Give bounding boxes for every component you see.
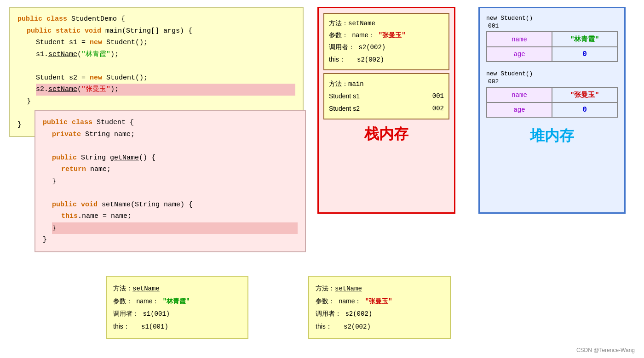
student-line-8: this.name = name; [61,210,298,222]
heap-memory-box: new Student() 001 name "林青霞" age 0 new S… [478,7,626,214]
heap-field-age-value-001: 0 [552,47,617,62]
heap-row-age-001: age 0 [487,47,617,62]
stack-main-label: 方法：main [329,78,444,91]
bottom-left-method: 方法：setName [113,282,241,295]
heap-field-name-value-002: "张曼玉" [552,87,617,102]
student-line-6: } [52,176,298,188]
code-line-4: s1.setName("林青霞"); [36,49,295,61]
heap-field-name-value-001: "林青霞" [552,32,617,47]
stack-setname-param: 参数： name： "张曼玉" [329,29,444,41]
bottom-right-this: this： s2(002) [316,320,443,333]
heap-row-name-002: name "张曼玉" [487,87,617,102]
bottom-right-caller: 调用者： s2(002) [316,307,443,320]
stack-setname-caller: 调用者： s2(002) [329,41,444,53]
code-line-1: public class StudentDemo { [17,15,125,23]
heap-row-name-001: name "林青霞" [487,32,617,47]
bottom-box-right: 方法：setName 参数： name： "张曼玉" 调用者： s2(002) … [308,276,451,339]
heap-table-001: name "林青霞" age 0 [486,31,618,62]
heap-obj1-title: new Student() [486,15,618,22]
bottom-left-this: this： s1(001) [113,320,241,333]
stack-memory-box: 方法：setName 参数： name： "张曼玉" 调用者： s2(002) … [317,7,455,214]
stack-main-s2: Student s2 002 [329,102,444,115]
student-line-10: } [43,236,47,244]
heap-obj-001: new Student() 001 name "林青霞" age 0 [486,15,618,62]
code-highlight-line: s2.setName("张曼玉"); [36,84,295,96]
code-line-9: } [17,121,22,129]
heap-obj-002: new Student() 002 name "张曼玉" age 0 [486,70,618,118]
stack-setname-frame: 方法：setName 参数： name： "张曼玉" 调用者： s2(002) … [323,13,449,70]
heap-field-name-label-002: name [487,87,552,102]
bottom-left-param: 参数： name： "林青霞" [113,295,241,308]
bottom-right-method: 方法：setName [316,282,443,295]
bottom-left-caller: 调用者： s1(001) [113,307,241,320]
student-line-4: public String getName() { [52,152,298,164]
heap-field-age-label-001: age [487,47,552,62]
student-line-5: return name; [61,164,298,176]
code-box-student: public class Student { private String na… [34,110,306,252]
code-line-2: public static void main(String[] args) { [27,25,295,37]
stack-setname-this: this： s2(002) [329,54,444,66]
student-line-7: public void setName(String name) { [52,199,298,211]
heap-obj2-title: new Student() [486,70,618,77]
code-line-3: Student s1 = new Student(); [36,37,295,49]
code-line-6: Student s2 = new Student(); [36,72,295,84]
code-line-8: } [27,96,295,108]
watermark: CSDN @Terence-Wang [576,347,635,353]
stack-main-s1: Student s1 001 [329,90,444,102]
stack-setname-method: 方法：setName [329,17,444,29]
heap-field-age-value-002: 0 [552,102,617,117]
student-highlight-close: } [52,222,298,234]
heap-obj2-id: 002 [488,78,618,85]
stack-main-frame: 方法：main Student s1 001 Student s2 002 [323,73,449,119]
heap-row-age-002: age 0 [487,102,617,117]
heap-label: 堆内存 [486,126,618,146]
heap-field-name-label-001: name [487,32,552,47]
student-line-1: public class Student { [43,119,134,126]
main-container: public class StudentDemo { public static… [0,0,644,358]
bottom-box-left: 方法：setName 参数： name： "林青霞" 调用者： s1(001) … [106,276,248,339]
student-line-2: private String name; [52,129,298,141]
heap-table-002: name "张曼玉" age 0 [486,87,618,118]
stack-label: 栈内存 [323,124,449,144]
heap-obj1-id: 001 [488,23,618,29]
bottom-right-param: 参数： name： "张曼玉" [316,295,443,308]
heap-field-age-label-002: age [487,102,552,117]
